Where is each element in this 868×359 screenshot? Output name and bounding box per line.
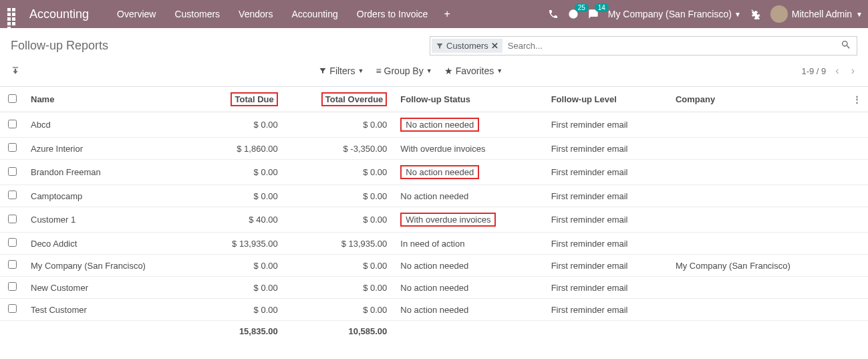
cell-due: $ 1,860.00: [201, 138, 285, 160]
cell-status: With overdue invoices: [394, 138, 544, 160]
download-icon[interactable]: [11, 66, 20, 77]
menu-vendors[interactable]: Vendors: [231, 2, 281, 26]
status-text: No action needed: [400, 191, 468, 201]
row-checkbox[interactable]: [8, 282, 17, 291]
row-checkbox[interactable]: [8, 238, 17, 247]
cell-company: [669, 207, 846, 233]
table-row[interactable]: New Customer$ 0.00$ 0.00No action needed…: [0, 277, 868, 299]
cell-overdue: $ 0.00: [285, 160, 394, 185]
discuss-badge: 14: [595, 3, 609, 12]
user-menu[interactable]: Mitchell Admin ▼: [770, 5, 863, 23]
table-row[interactable]: Test Customer$ 0.00$ 0.00No action neede…: [0, 299, 868, 321]
star-icon: ★: [444, 66, 453, 76]
groupby-button[interactable]: ≡ Group By ▼: [376, 66, 432, 76]
favorites-button[interactable]: ★ Favorites ▼: [444, 66, 503, 76]
table-row[interactable]: Brandon Freeman$ 0.00$ 0.00No action nee…: [0, 160, 868, 185]
cell-name: Camptocamp: [24, 185, 201, 207]
company-switcher[interactable]: My Company (San Francisco) ▼: [608, 9, 741, 19]
cell-name: Brandon Freeman: [24, 160, 201, 185]
col-total-due[interactable]: Total Due: [201, 87, 285, 112]
col-options-icon[interactable]: ⋮: [846, 87, 868, 112]
total-overdue-sum: 10,585.00: [285, 321, 394, 342]
cell-name: Customer 1: [24, 207, 201, 233]
control-panel: Follow-up Reports Customers ✕: [0, 28, 868, 58]
cell-due: $ 0.00: [201, 185, 285, 207]
status-text: With overdue invoices: [406, 215, 490, 225]
status-text: No action needed: [400, 283, 468, 293]
app-brand[interactable]: Accounting: [29, 7, 89, 21]
pager-next-icon[interactable]: ›: [849, 62, 857, 80]
col-level[interactable]: Follow-up Level: [545, 87, 669, 112]
row-checkbox[interactable]: [8, 120, 17, 128]
cell-company: [669, 277, 846, 299]
table-row[interactable]: Camptocamp$ 0.00$ 0.00No action neededFi…: [0, 185, 868, 207]
menu-accounting[interactable]: Accounting: [283, 2, 345, 26]
cell-overdue: $ 0.00: [285, 112, 394, 138]
filters-button[interactable]: Filters ▼: [319, 66, 364, 76]
table-row[interactable]: My Company (San Francisco)$ 0.00$ 0.00No…: [0, 255, 868, 277]
cell-due: $ 0.00: [201, 160, 285, 185]
add-menu-icon[interactable]: +: [436, 1, 458, 27]
discuss-icon[interactable]: 14: [588, 9, 599, 19]
row-checkbox[interactable]: [8, 167, 17, 176]
cell-level: First reminder email: [545, 112, 669, 138]
table-row[interactable]: Abcd$ 0.00$ 0.00No action neededFirst re…: [0, 112, 868, 138]
cell-company: [669, 138, 846, 160]
search-input[interactable]: [504, 37, 835, 55]
row-checkbox[interactable]: [8, 304, 17, 313]
pager-prev-icon[interactable]: ‹: [833, 62, 841, 80]
cell-due: $ 0.00: [201, 112, 285, 138]
activities-icon[interactable]: 25: [568, 9, 579, 19]
row-checkbox[interactable]: [8, 143, 17, 152]
phone-icon[interactable]: [548, 9, 559, 19]
table-row[interactable]: Azure Interior$ 1,860.00$ -3,350.00With …: [0, 138, 868, 160]
cell-status: No action needed: [394, 255, 544, 277]
table-row[interactable]: Customer 1$ 40.00$ 0.00With overdue invo…: [0, 207, 868, 233]
cell-name: New Customer: [24, 277, 201, 299]
cell-level: First reminder email: [545, 207, 669, 233]
cell-level: First reminder email: [545, 299, 669, 321]
table-row[interactable]: Deco Addict$ 13,935.00$ 13,935.00In need…: [0, 233, 868, 255]
cell-company: [669, 233, 846, 255]
company-name: My Company (San Francisco): [608, 9, 732, 19]
menu-orders-to-invoice[interactable]: Orders to Invoice: [349, 2, 436, 26]
cell-status: No action needed: [394, 160, 544, 185]
cell-level: First reminder email: [545, 233, 669, 255]
favorites-label: Favorites: [456, 66, 494, 76]
row-checkbox[interactable]: [8, 260, 17, 269]
cell-company: [669, 160, 846, 185]
cell-status: With overdue invoices: [394, 207, 544, 233]
col-name[interactable]: Name: [24, 87, 201, 112]
search-icon[interactable]: [835, 37, 857, 55]
cell-overdue: $ 13,935.00: [285, 233, 394, 255]
chevron-down-icon: ▼: [357, 68, 364, 74]
cell-overdue: $ 0.00: [285, 299, 394, 321]
menu-overview[interactable]: Overview: [109, 2, 164, 26]
status-text: With overdue invoices: [400, 144, 485, 154]
cell-overdue: $ 0.00: [285, 185, 394, 207]
cell-overdue: $ -3,350.00: [285, 138, 394, 160]
apps-icon[interactable]: [5, 6, 21, 22]
cell-company: [669, 299, 846, 321]
chevron-down-icon: ▼: [856, 11, 863, 18]
status-text: No action needed: [406, 167, 474, 177]
row-checkbox[interactable]: [8, 191, 17, 199]
col-company[interactable]: Company: [669, 87, 846, 112]
col-status[interactable]: Follow-up Status: [394, 87, 544, 112]
cell-overdue: $ 0.00: [285, 255, 394, 277]
search-box[interactable]: Customers ✕: [430, 36, 857, 55]
user-name: Mitchell Admin: [792, 9, 852, 19]
cell-company: [669, 185, 846, 207]
settings-icon[interactable]: [750, 9, 761, 19]
toolbar: Filters ▼ ≡ Group By ▼ ★ Favorites ▼ 1-9…: [0, 58, 868, 86]
select-all-checkbox[interactable]: [8, 94, 17, 103]
col-total-overdue[interactable]: Total Overdue: [285, 87, 394, 112]
close-icon[interactable]: ✕: [491, 41, 498, 51]
cell-level: First reminder email: [545, 138, 669, 160]
filters-label: Filters: [329, 66, 355, 76]
row-checkbox[interactable]: [8, 215, 17, 223]
pager-text: 1-9 / 9: [801, 66, 826, 76]
main-menu: Overview Customers Vendors Accounting Or…: [109, 2, 436, 26]
menu-customers[interactable]: Customers: [166, 2, 228, 26]
cell-status: In need of action: [394, 233, 544, 255]
